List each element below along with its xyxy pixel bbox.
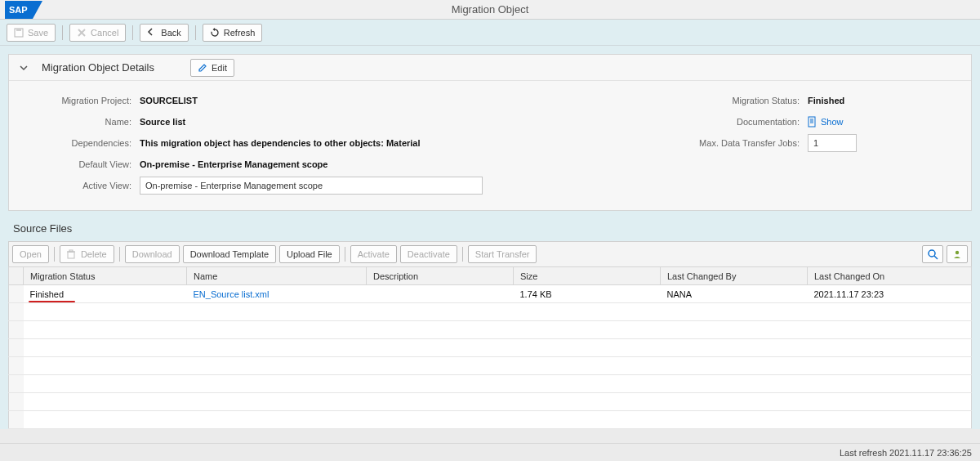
refresh-label: Refresh (224, 28, 256, 38)
col-last-changed-by[interactable]: Last Changed By (661, 267, 808, 285)
separator (62, 25, 63, 40)
svg-rect-3 (16, 29, 21, 31)
svg-point-14 (929, 250, 935, 257)
source-files-toolbar: Open Delete Download Download Template U… (8, 241, 972, 266)
table-row[interactable] (9, 321, 972, 339)
refresh-button[interactable]: Refresh (203, 24, 263, 42)
download-button[interactable]: Download (125, 245, 180, 263)
separator (54, 247, 55, 262)
open-button[interactable]: Open (12, 245, 49, 263)
active-view-label: Active View: (17, 181, 140, 190)
default-view-label: Default View: (17, 159, 140, 169)
separator (345, 247, 345, 262)
row-selector-header[interactable] (9, 267, 24, 285)
cell-size: 1.74 KB (514, 285, 661, 303)
upload-file-button[interactable]: Upload File (279, 245, 340, 263)
max-jobs-label: Max. Data Transfer Jobs: (669, 138, 808, 148)
last-refresh-text: Last refresh 2021.11.17 23:36:25 (840, 448, 972, 458)
deactivate-button[interactable]: Deactivate (400, 245, 457, 263)
edit-label: Edit (212, 63, 227, 73)
edit-button[interactable]: Edit (190, 59, 234, 77)
col-migration-status[interactable]: Migration Status (24, 267, 187, 285)
main-toolbar: Save Cancel Back Refresh (0, 20, 980, 46)
svg-text:SAP: SAP (9, 5, 28, 15)
col-name[interactable]: Name (187, 267, 367, 285)
table-row[interactable] (9, 339, 972, 357)
header-bar: SAP Migration Object (0, 0, 980, 20)
save-button[interactable]: Save (7, 24, 56, 42)
svg-line-15 (934, 256, 938, 259)
table-header-row: Migration Status Name Description Size L… (9, 267, 972, 285)
col-description[interactable]: Description (367, 267, 514, 285)
personalize-icon-button[interactable] (947, 245, 968, 263)
back-label: Back (161, 28, 180, 38)
separator (195, 25, 196, 40)
migration-status-value: Finished (808, 96, 844, 105)
chevron-down-icon[interactable] (17, 61, 30, 74)
trash-icon (67, 249, 77, 259)
cancel-icon (77, 28, 87, 38)
start-transfer-button[interactable]: Start Transfer (468, 245, 537, 263)
page-title: Migration Object (0, 3, 980, 16)
separator (119, 247, 120, 262)
back-button[interactable]: Back (140, 24, 188, 42)
separator (462, 247, 463, 262)
table-row[interactable] (9, 303, 972, 321)
save-icon (14, 28, 24, 38)
back-icon (147, 28, 157, 38)
cell-migration-status: Finished (30, 289, 65, 299)
svg-rect-7 (808, 117, 815, 127)
sap-logo: SAP (5, 1, 42, 19)
cancel-label: Cancel (91, 28, 118, 38)
svg-rect-13 (69, 250, 73, 252)
delete-button[interactable]: Delete (60, 245, 114, 263)
search-icon-button[interactable] (922, 245, 943, 263)
cell-last-changed-by: NANA (661, 285, 808, 303)
dependencies-label: Dependencies: (17, 138, 140, 148)
download-template-button[interactable]: Download Template (183, 245, 276, 263)
details-panel-header: Migration Object Details Edit (9, 55, 971, 81)
documentation-link[interactable]: Show (821, 117, 844, 127)
cell-description (367, 285, 514, 303)
status-bar: Last refresh 2021.11.17 23:36:25 (0, 443, 980, 461)
name-label: Name: (17, 117, 140, 127)
document-icon (808, 116, 817, 128)
svg-point-16 (956, 251, 959, 254)
default-view-value: On-premise - Enterprise Management scope (140, 159, 327, 169)
active-view-input[interactable]: On-premise - Enterprise Management scope (140, 177, 483, 195)
save-label: Save (28, 28, 48, 38)
separator (132, 25, 133, 40)
svg-rect-11 (68, 252, 74, 258)
active-view-value: On-premise - Enterprise Management scope (145, 181, 323, 190)
details-panel: Migration Object Details Edit Migration … (8, 54, 972, 211)
pencil-icon (198, 63, 207, 73)
max-jobs-value: 1 (813, 138, 818, 148)
table-row[interactable] (9, 375, 972, 393)
migration-status-label: Migration Status: (669, 96, 808, 105)
cell-file-name[interactable]: EN_Source list.xml (194, 289, 270, 299)
table-row[interactable] (9, 411, 972, 429)
cell-last-changed-on: 2021.11.17 23:23 (808, 285, 972, 303)
activate-button[interactable]: Activate (350, 245, 397, 263)
details-panel-title: Migration Object Details (42, 61, 154, 74)
max-jobs-input[interactable]: 1 (808, 134, 857, 152)
refresh-icon (210, 28, 220, 38)
source-files-title: Source Files (13, 222, 972, 235)
col-last-changed-on[interactable]: Last Changed On (808, 267, 972, 285)
svg-marker-6 (212, 28, 215, 31)
migration-project-value: SOURCELIST (140, 96, 198, 105)
documentation-label: Documentation: (669, 117, 808, 127)
dependencies-value: This migration object has dependencies t… (140, 138, 421, 148)
source-files-table: Migration Status Name Description Size L… (8, 266, 972, 429)
table-row[interactable] (9, 393, 972, 411)
migration-project-label: Migration Project: (17, 96, 140, 105)
cancel-button[interactable]: Cancel (69, 24, 126, 42)
row-selector[interactable] (9, 285, 24, 303)
name-value: Source list (140, 117, 185, 127)
table-row[interactable] (9, 357, 972, 375)
table-row[interactable]: Finished EN_Source list.xml 1.74 KB NANA… (9, 285, 972, 303)
col-size[interactable]: Size (514, 267, 661, 285)
